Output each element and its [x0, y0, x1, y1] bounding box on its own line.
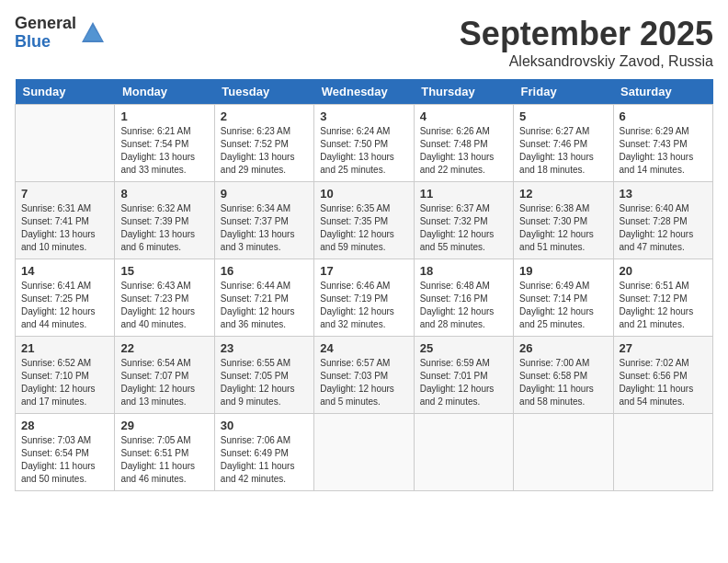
location-text: Aleksandrovskiy Zavod, Russia [460, 53, 713, 70]
day-number: 2 [221, 109, 308, 123]
table-cell: 16Sunrise: 6:44 AM Sunset: 7:21 PM Dayli… [214, 259, 313, 337]
col-monday: Monday [115, 79, 214, 105]
cell-info: Sunrise: 6:54 AM Sunset: 7:07 PM Dayligh… [120, 357, 208, 408]
cell-info: Sunrise: 6:35 AM Sunset: 7:35 PM Dayligh… [320, 202, 407, 254]
col-friday: Friday [514, 79, 613, 105]
table-cell: 11Sunrise: 6:37 AM Sunset: 7:32 PM Dayli… [414, 182, 513, 259]
day-number: 12 [519, 187, 607, 201]
table-cell: 4Sunrise: 6:26 AM Sunset: 7:48 PM Daylig… [414, 105, 513, 182]
day-number: 25 [420, 341, 507, 355]
logo-icon [80, 20, 106, 46]
day-number: 26 [519, 341, 607, 355]
col-wednesday: Wednesday [314, 79, 414, 105]
cell-info: Sunrise: 6:31 AM Sunset: 7:41 PM Dayligh… [21, 202, 108, 254]
table-cell: 2Sunrise: 6:23 AM Sunset: 7:52 PM Daylig… [214, 105, 313, 182]
day-number: 19 [519, 264, 607, 278]
day-number: 7 [21, 187, 108, 201]
day-number: 13 [620, 187, 707, 201]
table-cell: 24Sunrise: 6:57 AM Sunset: 7:03 PM Dayli… [314, 337, 414, 414]
table-cell: 7Sunrise: 6:31 AM Sunset: 7:41 PM Daylig… [16, 182, 115, 259]
table-cell: 26Sunrise: 7:00 AM Sunset: 6:58 PM Dayli… [514, 337, 613, 414]
day-number: 27 [620, 341, 707, 355]
cell-info: Sunrise: 6:59 AM Sunset: 7:01 PM Dayligh… [420, 357, 507, 408]
col-tuesday: Tuesday [214, 79, 313, 105]
day-number: 22 [120, 341, 208, 355]
day-number: 21 [21, 341, 108, 355]
table-cell: 22Sunrise: 6:54 AM Sunset: 7:07 PM Dayli… [115, 337, 214, 414]
cell-info: Sunrise: 6:55 AM Sunset: 7:05 PM Dayligh… [221, 357, 308, 408]
table-cell: 3Sunrise: 6:24 AM Sunset: 7:50 PM Daylig… [314, 105, 414, 182]
cell-info: Sunrise: 6:29 AM Sunset: 7:43 PM Dayligh… [620, 125, 707, 177]
day-number: 16 [221, 264, 308, 278]
cell-info: Sunrise: 6:52 AM Sunset: 7:10 PM Dayligh… [21, 357, 108, 408]
cell-info: Sunrise: 7:02 AM Sunset: 6:56 PM Dayligh… [620, 357, 707, 408]
table-cell: 17Sunrise: 6:46 AM Sunset: 7:19 PM Dayli… [314, 259, 414, 337]
day-number: 8 [120, 187, 208, 201]
header-row: Sunday Monday Tuesday Wednesday Thursday… [16, 79, 713, 105]
day-number: 30 [221, 419, 308, 432]
cell-info: Sunrise: 6:51 AM Sunset: 7:12 PM Dayligh… [620, 280, 707, 331]
table-cell [16, 105, 115, 182]
cell-info: Sunrise: 6:34 AM Sunset: 7:37 PM Dayligh… [221, 202, 308, 254]
month-title: September 2025 [460, 15, 713, 53]
svg-marker-1 [84, 26, 102, 40]
cell-info: Sunrise: 6:41 AM Sunset: 7:25 PM Dayligh… [21, 280, 108, 331]
day-number: 9 [221, 187, 308, 201]
cell-info: Sunrise: 6:40 AM Sunset: 7:28 PM Dayligh… [620, 202, 707, 254]
cell-info: Sunrise: 6:38 AM Sunset: 7:30 PM Dayligh… [519, 202, 607, 254]
table-cell: 23Sunrise: 6:55 AM Sunset: 7:05 PM Dayli… [214, 337, 313, 414]
col-thursday: Thursday [414, 79, 513, 105]
day-number: 18 [420, 264, 507, 278]
col-sunday: Sunday [16, 79, 115, 105]
cell-info: Sunrise: 6:32 AM Sunset: 7:39 PM Dayligh… [120, 202, 208, 254]
table-cell [314, 414, 414, 491]
week-row-5: 28Sunrise: 7:03 AM Sunset: 6:54 PM Dayli… [16, 414, 713, 491]
table-cell: 12Sunrise: 6:38 AM Sunset: 7:30 PM Dayli… [514, 182, 613, 259]
cell-info: Sunrise: 6:23 AM Sunset: 7:52 PM Dayligh… [221, 125, 308, 177]
table-cell: 27Sunrise: 7:02 AM Sunset: 6:56 PM Dayli… [613, 337, 712, 414]
cell-info: Sunrise: 6:37 AM Sunset: 7:32 PM Dayligh… [420, 202, 507, 254]
table-cell [613, 414, 712, 491]
table-cell: 25Sunrise: 6:59 AM Sunset: 7:01 PM Dayli… [414, 337, 513, 414]
day-number: 3 [320, 109, 407, 123]
day-number: 10 [320, 187, 407, 201]
day-number: 6 [620, 109, 707, 123]
table-cell: 10Sunrise: 6:35 AM Sunset: 7:35 PM Dayli… [314, 182, 414, 259]
table-cell [514, 414, 613, 491]
table-cell: 30Sunrise: 7:06 AM Sunset: 6:49 PM Dayli… [214, 414, 313, 491]
cell-info: Sunrise: 6:46 AM Sunset: 7:19 PM Dayligh… [320, 280, 407, 331]
cell-info: Sunrise: 6:24 AM Sunset: 7:50 PM Dayligh… [320, 125, 407, 177]
logo: General Blue [15, 15, 106, 52]
table-cell: 18Sunrise: 6:48 AM Sunset: 7:16 PM Dayli… [414, 259, 513, 337]
table-cell: 8Sunrise: 6:32 AM Sunset: 7:39 PM Daylig… [115, 182, 214, 259]
day-number: 5 [519, 109, 607, 123]
table-cell: 6Sunrise: 6:29 AM Sunset: 7:43 PM Daylig… [613, 105, 712, 182]
cell-info: Sunrise: 6:21 AM Sunset: 7:54 PM Dayligh… [120, 125, 208, 177]
table-cell [414, 414, 513, 491]
cell-info: Sunrise: 6:43 AM Sunset: 7:23 PM Dayligh… [120, 280, 208, 331]
day-number: 14 [21, 264, 108, 278]
table-cell: 14Sunrise: 6:41 AM Sunset: 7:25 PM Dayli… [16, 259, 115, 337]
table-cell: 15Sunrise: 6:43 AM Sunset: 7:23 PM Dayli… [115, 259, 214, 337]
week-row-4: 21Sunrise: 6:52 AM Sunset: 7:10 PM Dayli… [16, 337, 713, 414]
day-number: 20 [620, 264, 707, 278]
calendar-table: Sunday Monday Tuesday Wednesday Thursday… [15, 79, 713, 491]
logo-blue-text: Blue [15, 33, 76, 52]
cell-info: Sunrise: 6:44 AM Sunset: 7:21 PM Dayligh… [221, 280, 308, 331]
cell-info: Sunrise: 6:48 AM Sunset: 7:16 PM Dayligh… [420, 280, 507, 331]
logo-general-text: General [15, 15, 76, 33]
table-cell: 21Sunrise: 6:52 AM Sunset: 7:10 PM Dayli… [16, 337, 115, 414]
table-cell: 1Sunrise: 6:21 AM Sunset: 7:54 PM Daylig… [115, 105, 214, 182]
cell-info: Sunrise: 7:00 AM Sunset: 6:58 PM Dayligh… [519, 357, 607, 408]
week-row-3: 14Sunrise: 6:41 AM Sunset: 7:25 PM Dayli… [16, 259, 713, 337]
table-cell: 20Sunrise: 6:51 AM Sunset: 7:12 PM Dayli… [613, 259, 712, 337]
day-number: 1 [120, 109, 208, 123]
title-section: September 2025 Aleksandrovskiy Zavod, Ru… [460, 15, 713, 70]
day-number: 15 [120, 264, 208, 278]
table-cell: 29Sunrise: 7:05 AM Sunset: 6:51 PM Dayli… [115, 414, 214, 491]
cell-info: Sunrise: 7:06 AM Sunset: 6:49 PM Dayligh… [221, 434, 308, 486]
day-number: 17 [320, 264, 407, 278]
table-cell: 19Sunrise: 6:49 AM Sunset: 7:14 PM Dayli… [514, 259, 613, 337]
cell-info: Sunrise: 7:05 AM Sunset: 6:51 PM Dayligh… [120, 434, 208, 486]
table-cell: 28Sunrise: 7:03 AM Sunset: 6:54 PM Dayli… [16, 414, 115, 491]
